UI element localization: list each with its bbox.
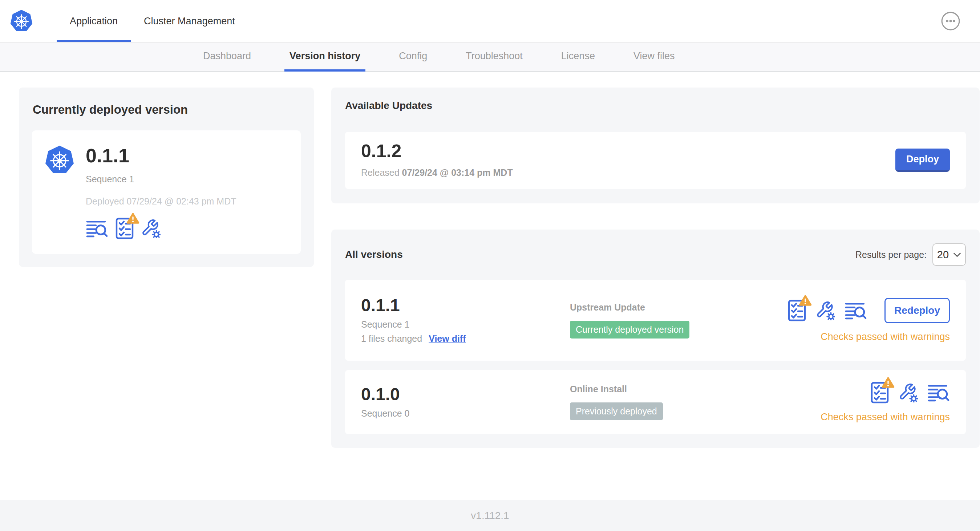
kots-admin-console: Application Cluster Management Dashboard…	[0, 0, 980, 531]
tab-dashboard[interactable]: Dashboard	[198, 43, 256, 72]
console-version: v1.112.1	[471, 510, 509, 521]
top-tab-cluster-management-label: Cluster Management	[144, 16, 235, 27]
tab-troubleshoot[interactable]: Troubleshoot	[461, 43, 528, 72]
preflight-checks-button[interactable]	[871, 382, 889, 404]
release-notes-icon	[928, 383, 950, 402]
release-notes-button[interactable]	[928, 383, 950, 402]
row-version-number: 0.1.0	[361, 386, 555, 403]
version-history-page: Currently deployed version 0.1.1 Sequenc…	[0, 72, 980, 500]
row-source-label: Online Install	[570, 384, 788, 394]
config-wrench-icon	[898, 383, 918, 402]
version-row-0-1-1: 0.1.1 Sequence 1 1 files changed View di…	[345, 280, 966, 361]
available-updates-card: Available Updates 0.1.2 Released 07/29/2…	[331, 87, 980, 203]
warning-triangle-icon	[126, 213, 140, 224]
config-wrench-icon	[815, 301, 835, 320]
view-diff-link[interactable]: View diff	[429, 334, 466, 344]
view-config-button[interactable]	[141, 219, 161, 238]
preflight-checks-button[interactable]	[116, 218, 134, 239]
results-per-page-select[interactable]: 20	[932, 243, 966, 266]
warning-triangle-icon	[881, 377, 895, 388]
warning-triangle-icon	[799, 294, 812, 306]
release-notes-icon	[86, 219, 108, 238]
preflight-checks-button[interactable]	[788, 300, 806, 321]
overflow-menu-button[interactable]	[941, 11, 960, 31]
ellipsis-icon	[941, 11, 960, 31]
row-sequence: Sequence 1	[361, 319, 555, 330]
release-notes-button[interactable]	[845, 301, 867, 320]
all-versions-card: All versions Results per page: 20 0.1.1 …	[331, 229, 980, 448]
release-notes-icon	[845, 301, 867, 320]
update-version-number: 0.1.2	[361, 142, 513, 160]
available-updates-title: Available Updates	[345, 100, 966, 111]
release-notes-button[interactable]	[86, 219, 108, 238]
footer: v1.112.1	[0, 500, 980, 531]
redeploy-button[interactable]: Redeploy	[885, 298, 950, 323]
tab-view-files[interactable]: View files	[628, 43, 680, 72]
version-row-0-1-0: 0.1.0 Sequence 0 Online Install Previous…	[345, 370, 966, 434]
all-versions-title: All versions	[345, 249, 403, 261]
top-tab-cluster-management[interactable]: Cluster Management	[131, 0, 248, 42]
currently-deployed-card: Currently deployed version 0.1.1 Sequenc…	[19, 87, 314, 267]
row-sequence: Sequence 0	[361, 408, 555, 419]
preflight-status-text[interactable]: Checks passed with warnings	[821, 331, 950, 342]
currently-deployed-title: Currently deployed version	[33, 103, 301, 117]
top-nav: Application Cluster Management	[0, 0, 980, 43]
tab-version-history[interactable]: Version history	[285, 43, 366, 72]
results-per-page-value: 20	[937, 249, 949, 261]
sub-nav: Dashboard Version history Config Trouble…	[0, 43, 980, 72]
deploy-button[interactable]: Deploy	[896, 149, 950, 172]
top-tab-application-label: Application	[70, 16, 118, 27]
tab-license[interactable]: License	[556, 43, 600, 72]
current-version-deployed-timestamp: Deployed 07/29/24 @ 02:43 pm MDT	[86, 196, 237, 207]
status-badge: Currently deployed version	[570, 321, 689, 339]
available-update-row: 0.1.2 Released 07/29/24 @ 03:14 pm MDT D…	[345, 132, 966, 189]
currently-deployed-version-panel: 0.1.1 Sequence 1 Deployed 07/29/24 @ 02:…	[32, 130, 301, 254]
tab-config[interactable]: Config	[394, 43, 432, 72]
top-tab-application[interactable]: Application	[57, 0, 131, 42]
row-source-label: Upstream Update	[570, 302, 788, 313]
status-badge: Previously deployed	[570, 402, 663, 420]
view-config-button[interactable]	[815, 301, 835, 320]
view-config-button[interactable]	[898, 383, 918, 402]
chevron-down-icon	[953, 253, 961, 257]
config-wrench-icon	[141, 219, 161, 238]
row-version-number: 0.1.1	[361, 297, 555, 314]
files-changed-label: 1 files changed	[361, 334, 422, 344]
preflight-status-text[interactable]: Checks passed with warnings	[821, 412, 950, 423]
kubernetes-logo-icon	[10, 9, 33, 33]
results-per-page-label: Results per page:	[856, 250, 927, 260]
current-version-sequence: Sequence 1	[86, 174, 237, 184]
kubernetes-app-icon	[45, 145, 74, 175]
update-released-timestamp: Released 07/29/24 @ 03:14 pm MDT	[361, 167, 513, 178]
current-version-number: 0.1.1	[86, 146, 237, 165]
